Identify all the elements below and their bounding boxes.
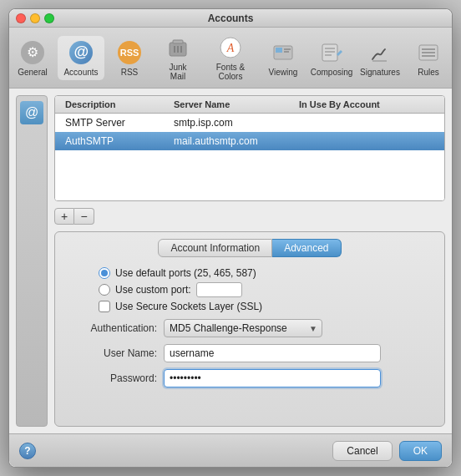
col-header-description: Description <box>62 98 170 111</box>
default-ports-radio[interactable] <box>99 267 110 279</box>
authentication-label: Authentication: <box>65 322 157 334</box>
titlebar: Accounts <box>9 9 452 28</box>
radio-dot <box>101 270 108 276</box>
row0-server: smtp.isp.com <box>170 115 296 130</box>
bottom-right-buttons: Cancel OK <box>332 441 442 461</box>
toolbar-viewing[interactable]: Viewing <box>260 36 306 80</box>
sidebar: @ <box>16 95 48 427</box>
remove-server-button[interactable]: − <box>74 208 94 225</box>
row1-inuse <box>296 134 438 149</box>
close-button[interactable] <box>16 13 26 23</box>
toolbar-accounts[interactable]: @ Accounts <box>58 36 104 80</box>
table-header: Description Server Name In Use By Accoun… <box>55 96 444 114</box>
toolbar-signatures-label: Signatures <box>360 68 400 77</box>
custom-port-input[interactable] <box>196 282 242 297</box>
authentication-select-wrapper: MD5 Challenge-Response None Password NTL… <box>164 319 322 337</box>
custom-port-radio[interactable] <box>99 284 110 296</box>
toolbar-rules[interactable]: Rules <box>405 36 452 80</box>
toolbar-fonts-label: Fonts & Colors <box>210 63 251 81</box>
authentication-select[interactable]: MD5 Challenge-Response None Password NTL… <box>164 319 322 337</box>
svg-rect-8 <box>276 48 282 53</box>
ssl-checkbox[interactable] <box>99 301 110 312</box>
tab-account-info[interactable]: Account Information <box>158 239 272 257</box>
table-row[interactable]: AuthSMTP mail.authsmtp.com <box>55 132 444 150</box>
toolbar-viewing-label: Viewing <box>269 68 298 77</box>
radio-group: Use default ports (25, 465, 587) Use cus… <box>65 267 434 312</box>
toolbar-junk-label: Junk Mail <box>161 63 195 81</box>
username-label: User Name: <box>65 347 157 359</box>
cancel-button[interactable]: Cancel <box>332 441 392 461</box>
toolbar-junk[interactable]: Junk Mail <box>155 31 201 84</box>
bottom-bar: ? Cancel OK <box>9 433 452 467</box>
table-spacer <box>55 150 444 200</box>
col-header-inuse: In Use By Account <box>296 98 438 111</box>
custom-port-row: Use custom port: <box>99 282 434 297</box>
toolbar-rss-label: RSS <box>121 68 139 77</box>
row0-inuse <box>296 115 438 130</box>
default-ports-row: Use default ports (25, 465, 587) <box>99 267 434 279</box>
server-table: Description Server Name In Use By Accoun… <box>54 95 445 201</box>
main-window: Accounts ⚙ General @ Accounts RSS RSS <box>8 8 453 468</box>
username-row: User Name: <box>65 344 434 362</box>
signatures-icon <box>367 39 393 66</box>
content-area: @ Description Server Name In Use By Acco… <box>9 89 452 433</box>
password-row: Password: <box>65 369 434 387</box>
svg-text:A: A <box>226 42 235 54</box>
toolbar-composing-label: Composing <box>311 68 353 77</box>
viewing-icon <box>270 39 296 66</box>
help-button[interactable]: ? <box>19 443 36 459</box>
fonts-icon: A <box>217 34 244 61</box>
minimize-button[interactable] <box>30 13 40 23</box>
composing-icon <box>318 39 345 66</box>
window-title: Accounts <box>208 13 254 24</box>
username-input[interactable] <box>164 344 381 362</box>
ssl-label: Use Secure Sockets Layer (SSL) <box>115 301 262 312</box>
rss-icon: RSS <box>116 39 143 66</box>
toolbar-accounts-label: Accounts <box>63 68 98 77</box>
table-row[interactable]: SMTP Server smtp.isp.com <box>55 114 444 132</box>
ssl-row: Use Secure Sockets Layer (SSL) <box>99 301 434 312</box>
default-ports-label: Use default ports (25, 465, 587) <box>115 267 256 279</box>
col-header-server: Server Name <box>170 98 296 111</box>
sidebar-account-icon[interactable]: @ <box>20 101 43 124</box>
traffic-lights <box>16 13 54 23</box>
toolbar-general[interactable]: ⚙ General <box>9 36 56 80</box>
ok-button[interactable]: OK <box>399 441 442 461</box>
toolbar-rss[interactable]: RSS RSS <box>106 36 153 80</box>
svg-rect-11 <box>322 44 337 61</box>
svg-rect-1 <box>173 40 183 43</box>
toolbar-composing[interactable]: Composing <box>308 36 355 80</box>
add-server-button[interactable]: + <box>54 208 74 225</box>
row0-description: SMTP Server <box>62 115 170 130</box>
toolbar: ⚙ General @ Accounts RSS RSS <box>9 28 452 89</box>
authentication-row: Authentication: MD5 Challenge-Response N… <box>65 319 434 337</box>
junk-icon <box>165 34 191 61</box>
rules-icon <box>415 39 442 66</box>
main-panel: Description Server Name In Use By Accoun… <box>54 95 445 427</box>
tab-advanced[interactable]: Advanced <box>272 239 341 257</box>
maximize-button[interactable] <box>44 13 54 23</box>
tab-bar: Account Information Advanced <box>65 239 434 257</box>
accounts-icon: @ <box>68 39 94 66</box>
row1-server: mail.authsmtp.com <box>170 134 296 149</box>
table-buttons: + − <box>54 208 445 225</box>
toolbar-signatures[interactable]: Signatures <box>357 36 403 80</box>
row1-description: AuthSMTP <box>62 134 170 149</box>
toolbar-general-label: General <box>18 68 48 77</box>
toolbar-fonts[interactable]: A Fonts & Colors <box>203 31 258 84</box>
password-label: Password: <box>65 372 157 384</box>
custom-port-label: Use custom port: <box>115 284 191 296</box>
settings-panel: Account Information Advanced Use default… <box>54 231 445 427</box>
toolbar-rules-label: Rules <box>418 68 439 77</box>
password-input[interactable] <box>164 369 381 387</box>
general-icon: ⚙ <box>19 39 46 66</box>
